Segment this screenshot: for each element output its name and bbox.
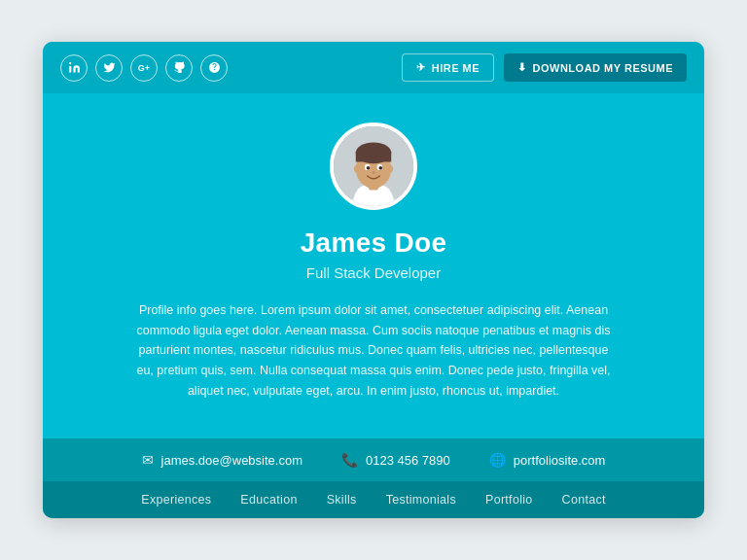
profile-card: G+ ✈ HIRE ME ⬇ DOWNLOAD MY RESUME bbox=[43, 42, 704, 518]
website-value: portfoliosite.com bbox=[514, 453, 606, 468]
hire-icon: ✈ bbox=[416, 61, 426, 74]
svg-point-14 bbox=[354, 165, 359, 172]
nav-bar: Experiences Education Skills Testimonial… bbox=[43, 481, 704, 518]
phone-icon: 📞 bbox=[341, 452, 358, 468]
phone-value: 0123 456 7890 bbox=[366, 453, 450, 468]
svg-point-0 bbox=[69, 62, 71, 64]
avatar bbox=[330, 122, 417, 210]
header-buttons: ✈ HIRE ME ⬇ DOWNLOAD MY RESUME bbox=[402, 53, 687, 82]
svg-point-11 bbox=[367, 166, 371, 170]
twitter-icon[interactable] bbox=[95, 54, 123, 82]
email-contact: ✉ james.doe@website.com bbox=[142, 452, 302, 468]
nav-experiences[interactable]: Experiences bbox=[141, 493, 211, 507]
download-resume-label: DOWNLOAD MY RESUME bbox=[533, 62, 673, 74]
nav-portfolio[interactable]: Portfolio bbox=[485, 493, 533, 507]
phone-contact: 📞 0123 456 7890 bbox=[341, 452, 450, 468]
social-icons-group: G+ bbox=[60, 54, 228, 82]
profile-name: James Doe bbox=[301, 228, 447, 259]
contact-bar: ✉ james.doe@website.com 📞 0123 456 7890 … bbox=[43, 438, 704, 481]
nav-skills[interactable]: Skills bbox=[327, 493, 357, 507]
google-plus-icon[interactable]: G+ bbox=[130, 54, 158, 82]
email-icon: ✉ bbox=[142, 452, 154, 468]
main-content: James Doe Full Stack Developer Profile i… bbox=[43, 93, 704, 438]
header-bar: G+ ✈ HIRE ME ⬇ DOWNLOAD MY RESUME bbox=[43, 42, 704, 93]
hire-me-button[interactable]: ✈ HIRE ME bbox=[402, 53, 494, 82]
profile-title: Full Stack Developer bbox=[306, 264, 441, 281]
nav-contact[interactable]: Contact bbox=[562, 493, 606, 507]
profile-bio: Profile info goes here. Lorem ipsum dolo… bbox=[130, 300, 617, 401]
email-value: james.doe@website.com bbox=[161, 453, 302, 468]
svg-point-12 bbox=[378, 166, 382, 170]
website-contact: 🌐 portfoliosite.com bbox=[489, 452, 606, 468]
download-icon: ⬇ bbox=[517, 61, 527, 74]
hire-me-label: HIRE ME bbox=[432, 62, 480, 74]
github-icon[interactable] bbox=[165, 54, 193, 82]
nav-testimonials[interactable]: Testimonials bbox=[386, 493, 456, 507]
linkedin-icon[interactable] bbox=[60, 54, 88, 82]
nav-education[interactable]: Education bbox=[240, 493, 297, 507]
download-resume-button[interactable]: ⬇ DOWNLOAD MY RESUME bbox=[504, 53, 687, 82]
website-icon: 🌐 bbox=[489, 452, 506, 468]
svg-point-13 bbox=[372, 171, 375, 174]
skype-icon[interactable] bbox=[200, 54, 228, 82]
svg-rect-8 bbox=[356, 152, 391, 162]
svg-point-15 bbox=[388, 165, 393, 172]
